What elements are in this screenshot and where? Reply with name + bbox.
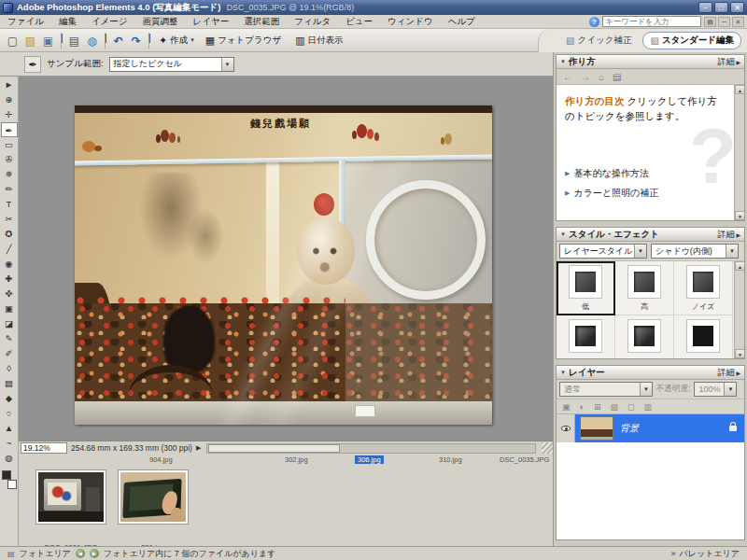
photo-bin-item[interactable]: 201.jpg [118,469,189,525]
style-preset[interactable]: ノイズ [674,261,733,315]
home-icon[interactable]: ⌂ [599,72,604,82]
styles-scrollbar[interactable]: ▲ ▼ [734,261,744,358]
tool-gradient[interactable]: ▤ [1,376,18,391]
help-icon[interactable]: ? [589,17,599,27]
minimize-button[interactable]: − [698,2,712,13]
tool-healing-brush[interactable]: ✜ [1,287,18,301]
tool-hand[interactable]: ✛ [1,107,18,122]
style-preset[interactable] [615,315,674,358]
back-icon[interactable]: ← [563,72,572,82]
canvas-area[interactable]: 錢兒戲場願 [19,77,553,441]
style-preset[interactable]: 高 [615,261,674,315]
menu-item[interactable]: 編集 [51,15,84,28]
tool-blur[interactable]: ○ [1,406,18,421]
chevron-down-icon[interactable]: ▼ [726,245,738,258]
document-photo[interactable]: 錢兒戲場願 [75,105,492,425]
menu-item[interactable]: 選択範囲 [236,15,287,28]
style-library-dropdown[interactable]: シャドウ(内側) ▼ [651,244,739,259]
tool-clone-stamp[interactable]: ▣ [1,301,18,316]
tool-spot-healing[interactable]: ✚ [1,272,18,287]
zoom-level-field[interactable]: 19.12% [21,442,67,454]
style-preset[interactable] [674,315,733,358]
tool-cookie-cutter[interactable]: ✪ [1,227,18,242]
keyword-search-input[interactable] [602,16,701,27]
status-info-arrow-icon[interactable]: ▶ [196,444,201,452]
photo-bin-filename-label[interactable]: 302.jpg [285,455,308,464]
browser-icon[interactable]: ◍ [83,32,101,49]
close-button[interactable]: ✕ [730,2,744,13]
print-icon[interactable]: ▤ [65,32,83,49]
menu-item[interactable]: ファイル [0,15,51,28]
menu-item[interactable]: フィルタ [287,15,338,28]
chevron-down-icon[interactable]: ▼ [640,383,652,396]
style-category-dropdown[interactable]: レイヤースタイル ▼ [559,244,647,259]
menu-item[interactable]: ヘルプ [441,15,483,28]
layers-more-button[interactable]: 詳細 ▶ [717,367,740,379]
tool-sponge[interactable]: ◍ [1,451,18,466]
scroll-up-icon[interactable]: ▲ [735,261,744,271]
date-view-button[interactable]: ▥ 日付表示 [289,33,351,49]
tool-lasso[interactable]: ✇ [1,152,18,167]
thumbnail-monitor-photo[interactable] [38,472,104,522]
create-button[interactable]: ✦ 作成 ▾ [153,33,200,49]
tool-move[interactable]: ► [1,77,18,92]
chevron-down-icon[interactable]: ▼ [724,383,736,396]
tool-pencil[interactable]: ✐ [1,346,18,361]
palette-area-chevrons[interactable]: » [671,549,676,558]
doc-close-icon[interactable]: ✕ [732,17,744,27]
lock-transparency-icon[interactable]: ▨ [611,402,619,412]
howto-palette-header[interactable]: ▼ 作り方 詳細 ▶ [557,55,744,69]
scroll-up-icon[interactable]: ▲ [735,85,744,94]
tool-eraser[interactable]: ◪ [1,316,18,331]
tool-crop[interactable]: ✂ [1,212,18,227]
new-file-icon[interactable]: ▢ [4,32,21,49]
adjustment-layer-icon[interactable]: ◐ [580,402,585,412]
new-layer-icon[interactable]: ▣ [562,402,571,412]
eye-icon[interactable] [561,426,571,431]
menu-item[interactable]: ウィンドウ [380,15,441,28]
tool-shape[interactable]: ◆ [1,391,18,406]
tool-type[interactable]: T [1,197,18,212]
foreground-color-swatch[interactable] [2,470,11,480]
layer-visibility-cell[interactable] [557,414,575,442]
collapse-icon[interactable]: ▼ [560,370,566,375]
collapse-icon[interactable]: ▼ [560,59,566,64]
tool-smudge[interactable]: ~ [1,436,18,451]
style-preset[interactable]: 低 [557,261,615,315]
photo-area-label[interactable]: フォトエリア [20,548,71,560]
tool-magic-wand[interactable]: ✵ [1,167,18,182]
photo-browser-button[interactable]: ▦ フォトブラウザ [200,33,289,49]
tab-quick-fix[interactable]: ▧ クイック補正 [559,32,638,49]
tool-rectangular-marquee[interactable]: ▭ [1,137,18,152]
tool-selection-brush[interactable]: ✏ [1,182,18,197]
howto-scrollbar[interactable]: ▲ ▼ [734,85,744,220]
thumbnail-tablet-photo[interactable] [120,472,186,522]
tab-standard-edit[interactable]: ▧ スタンダード編集 [642,32,741,49]
photo-bin-filename-label[interactable]: DSC_0035.JPG [500,455,549,464]
background-color-swatch[interactable] [7,480,17,489]
layers-palette-header[interactable]: ▼ レイヤー 詳細 ▶ [557,366,744,380]
horizontal-scrollbar[interactable] [206,443,536,454]
chevron-down-icon[interactable]: ▼ [221,58,233,71]
scrollbar-thumb[interactable] [208,444,339,453]
maximize-button[interactable]: □ [714,2,728,13]
photo-area-toggle-icon[interactable]: ▤ [7,550,15,558]
tool-brush[interactable]: ✎ [1,331,18,346]
menu-item[interactable]: ビュー [338,15,380,28]
tool-red-eye[interactable]: ◉ [1,257,18,272]
delete-layer-icon[interactable]: ▥ [644,402,653,412]
doc-menu-icon[interactable]: ▤ [704,17,716,27]
menu-item[interactable]: レイヤー [186,15,237,28]
style-preset[interactable] [557,315,615,358]
menu-item[interactable]: イメージ [84,15,135,28]
photo-bin-item[interactable]: DSC_0001.JPG [35,469,106,525]
undo-icon[interactable]: ↶ [109,32,127,49]
howto-more-button[interactable]: 詳細 ▶ [717,56,740,68]
forward-icon[interactable]: → [581,72,590,82]
tool-paint-bucket[interactable]: ◊ [1,361,18,376]
blend-mode-dropdown[interactable]: 通常 ▼ [559,382,653,397]
sample-size-dropdown[interactable]: 指定したピクセル ▼ [109,57,234,72]
tool-zoom[interactable]: ⊕ [1,92,18,107]
open-icon[interactable]: ▨ [21,32,39,49]
styles-more-button[interactable]: 詳細 ▶ [717,229,740,241]
